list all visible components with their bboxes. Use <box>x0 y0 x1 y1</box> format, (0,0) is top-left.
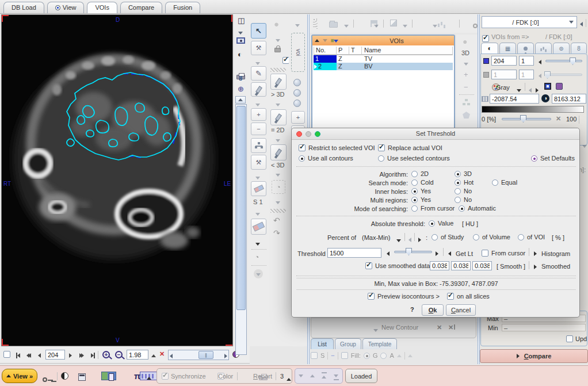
tab-list[interactable]: List <box>311 338 334 349</box>
holes-no-option[interactable]: No <box>455 188 472 194</box>
percent-combo-arrow[interactable] <box>396 236 401 243</box>
threed-menu-arrow[interactable] <box>464 60 468 67</box>
sphere-tool-icon[interactable]: ● <box>274 19 279 29</box>
tab-fusion[interactable]: Fusion <box>165 2 200 13</box>
get-lt-icon[interactable] <box>448 250 451 257</box>
interpolate-tool-button[interactable] <box>251 138 266 153</box>
table-row[interactable]: 1 Z TV <box>314 55 453 63</box>
key-icon[interactable] <box>473 24 478 28</box>
zoom-factor-input[interactable] <box>127 350 148 360</box>
calculator-icon[interactable] <box>78 373 86 381</box>
tool-variant-arrow[interactable] <box>276 136 280 143</box>
use-all-contours-option[interactable]: Use all contours <box>299 155 353 162</box>
smooth-x-input[interactable] <box>430 261 449 270</box>
dock-down-icon[interactable] <box>299 374 303 377</box>
big-eraser-tool-button[interactable] <box>251 219 266 235</box>
round-tool-icon[interactable] <box>293 100 301 107</box>
tab-rings[interactable]: ⊚ <box>553 43 570 53</box>
cancel-button[interactable]: Cancel <box>446 304 476 316</box>
target-icon[interactable]: ⊕ <box>238 85 244 93</box>
sphere-voi-icon[interactable]: ● <box>463 37 467 46</box>
sort-up-icon[interactable] <box>315 39 319 42</box>
tab-db-load[interactable]: DB Load <box>3 2 44 13</box>
strip-scroll-up[interactable] <box>235 96 246 104</box>
zoom-out-icon[interactable]: − <box>115 351 123 358</box>
upper-threshold-input[interactable] <box>552 94 586 104</box>
algorithm-3d-option[interactable]: 3D <box>455 170 472 177</box>
histogram-label[interactable]: Histogram <box>541 250 570 257</box>
remove-contour-button[interactable]: − <box>251 123 266 135</box>
layout-count[interactable]: 3 <box>280 373 284 380</box>
panel-slice-input[interactable] <box>491 56 517 66</box>
voi-side-tab[interactable]: voi <box>291 33 305 72</box>
pen-tool-button[interactable]: ✎ <box>251 66 266 81</box>
dock-up-icon[interactable] <box>310 374 315 377</box>
grow-3d-button[interactable] <box>270 74 287 90</box>
of-study-option[interactable]: of Study <box>432 234 464 240</box>
round-tool-icon[interactable] <box>293 79 301 86</box>
add-list-icon[interactable]: + <box>464 70 468 79</box>
col-header-no[interactable]: No. <box>314 47 337 55</box>
tab-probe[interactable]: 8 <box>571 43 587 53</box>
tool-variant-arrow[interactable] <box>276 36 280 43</box>
smoothed-label[interactable]: Smoothed <box>541 263 570 270</box>
statistics-icon[interactable] <box>438 20 446 27</box>
contour-edit-tool-button[interactable]: ⚒ <box>251 41 266 55</box>
tab-display[interactable]: ◐ <box>481 43 498 53</box>
fill-checkbox[interactable] <box>341 352 348 359</box>
of-voi-option[interactable]: of VOI <box>518 234 545 240</box>
tool-variant-arrow[interactable] <box>255 240 260 247</box>
copy-2d-button[interactable] <box>270 109 287 125</box>
dock-top-icon[interactable] <box>322 372 327 380</box>
fill-a-radio[interactable] <box>380 353 387 359</box>
prev-slice-button[interactable] <box>38 351 41 358</box>
tool-variant-arrow[interactable] <box>255 59 260 66</box>
fill-g-radio[interactable] <box>364 353 370 359</box>
mask-icon[interactable] <box>390 20 397 26</box>
tool-variant-arrow[interactable] <box>276 101 280 108</box>
tab-layout[interactable]: ▦ <box>499 43 516 53</box>
zoom-in-icon[interactable]: + <box>102 351 110 358</box>
reset-window-icon[interactable]: ✕ <box>556 115 561 123</box>
series-selector[interactable]: / FDK [:0] <box>482 16 577 28</box>
search-hot-option[interactable]: Hot <box>455 179 474 186</box>
tab-group[interactable]: Group <box>335 338 361 349</box>
fast-prev-button[interactable] <box>26 351 31 358</box>
lock-icon[interactable] <box>274 48 281 52</box>
threshold-input[interactable] <box>327 248 381 258</box>
slice-number-input[interactable] <box>45 350 65 360</box>
line-style-icon[interactable]: − <box>331 352 334 359</box>
view-menu-button[interactable]: View » <box>2 369 37 383</box>
invert-lut-icon[interactable] <box>544 83 551 90</box>
panel-frame-input[interactable] <box>519 56 534 66</box>
series-prev-icon[interactable] <box>580 20 583 27</box>
zoom-menu-arrow[interactable] <box>151 351 156 358</box>
table-row-selected[interactable]: 2 Z BV <box>314 63 453 70</box>
fast-next-button[interactable] <box>79 351 84 358</box>
help-button[interactable]: ? <box>410 306 414 313</box>
image-viewport[interactable]: D V RT LE <box>1 14 233 346</box>
use-selected-contours-option[interactable]: Use selected contours <box>378 155 450 162</box>
col-header-p[interactable]: P <box>337 47 349 55</box>
add-contour-button[interactable]: + <box>251 108 266 121</box>
regions-yes-option[interactable]: Yes <box>411 196 431 203</box>
opts-up-icon2[interactable] <box>408 354 413 357</box>
tool-variant-arrow[interactable] <box>255 101 260 108</box>
select-region-icon[interactable]: ◔ <box>272 180 285 194</box>
threshold-dec-icon[interactable] <box>387 250 390 257</box>
mode-automatic-option[interactable]: Automatic <box>459 205 496 212</box>
slice-slider-track[interactable] <box>545 60 582 62</box>
round-tool-icon[interactable] <box>293 89 301 97</box>
last-slice-button[interactable] <box>91 351 95 358</box>
exit-room-icon[interactable] <box>101 372 116 380</box>
reset-zoom-icon[interactable]: ✕ <box>159 350 165 358</box>
search-cold-option[interactable]: Cold <box>411 179 434 186</box>
report-label[interactable]: Report <box>253 373 272 380</box>
colormap-gradient-bar[interactable] <box>482 106 584 113</box>
tool-variant-arrow[interactable] <box>295 21 300 28</box>
window-level-icon[interactable]: ◫ <box>238 16 245 25</box>
algorithm-2d-option[interactable]: 2D <box>411 170 429 177</box>
colormap-dropdown-arrow[interactable] <box>517 86 521 93</box>
auto-window-icon[interactable]: ◑ <box>541 94 549 102</box>
history-clock-icon[interactable]: ◔ <box>255 253 259 261</box>
